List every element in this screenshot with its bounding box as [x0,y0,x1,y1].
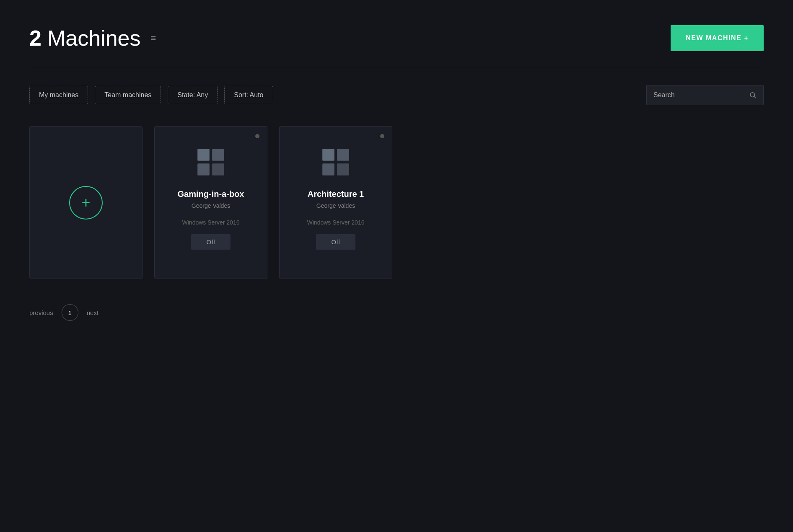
machine-name-1: Architecture 1 [308,189,364,199]
windows-icon [196,147,225,177]
machine-state-btn-1[interactable]: Off [316,234,355,250]
machine-os-1: Windows Server 2016 [307,219,365,226]
os-icon-1 [321,147,350,178]
add-machine-card[interactable]: + [29,126,143,279]
svg-rect-9 [337,163,349,176]
menu-icon[interactable]: ≡ [150,33,156,44]
search-container [646,85,764,105]
svg-rect-3 [212,149,224,161]
filters-left: My machines Team machines State: Any Sor… [29,86,273,104]
search-input[interactable] [653,91,749,99]
svg-rect-6 [322,149,334,161]
pagination: previous 1 next [29,304,764,321]
svg-rect-7 [337,149,349,161]
machine-owner-1: George Valdes [316,202,355,209]
page-title: Machines [47,26,141,51]
add-circle-icon: + [69,186,103,220]
filter-state[interactable]: State: Any [168,86,218,104]
filter-team-machines[interactable]: Team machines [95,86,161,104]
svg-rect-2 [197,149,210,161]
svg-rect-5 [212,163,224,176]
svg-rect-4 [197,163,210,176]
next-button[interactable]: next [87,309,98,316]
search-icon [749,91,757,99]
plus-icon: + [81,194,90,212]
filter-my-machines[interactable]: My machines [29,86,88,104]
svg-line-1 [754,96,755,98]
machine-owner-0: George Valdes [192,202,230,209]
machine-name-0: Gaming-in-a-box [178,189,244,199]
machine-card-1[interactable]: Architecture 1 George Valdes Windows Ser… [279,126,392,279]
status-dot-1 [380,134,384,138]
svg-point-0 [750,93,755,97]
machine-count: 2 [29,26,41,51]
header: 2 Machines ≡ NEW MACHINE + [29,25,764,51]
header-divider [29,68,764,68]
os-icon-0 [196,147,225,178]
machine-card-0[interactable]: Gaming-in-a-box George Valdes Windows Se… [154,126,267,279]
page-wrapper: 2 Machines ≡ NEW MACHINE + My machines T… [0,0,793,346]
filter-sort[interactable]: Sort: Auto [224,86,273,104]
search-button[interactable] [749,91,757,99]
cards-grid: + Gaming-in-a-box George Valdes Windows … [29,126,764,279]
header-title: 2 Machines ≡ [29,26,156,51]
new-machine-button[interactable]: NEW MACHINE + [671,25,764,51]
filters-row: My machines Team machines State: Any Sor… [29,85,764,105]
windows-icon-1 [321,147,350,177]
machine-state-btn-0[interactable]: Off [191,234,230,250]
svg-rect-8 [322,163,334,176]
status-dot-0 [255,134,259,138]
machine-os-0: Windows Server 2016 [182,219,240,226]
previous-button[interactable]: previous [29,309,53,316]
current-page[interactable]: 1 [62,304,78,321]
